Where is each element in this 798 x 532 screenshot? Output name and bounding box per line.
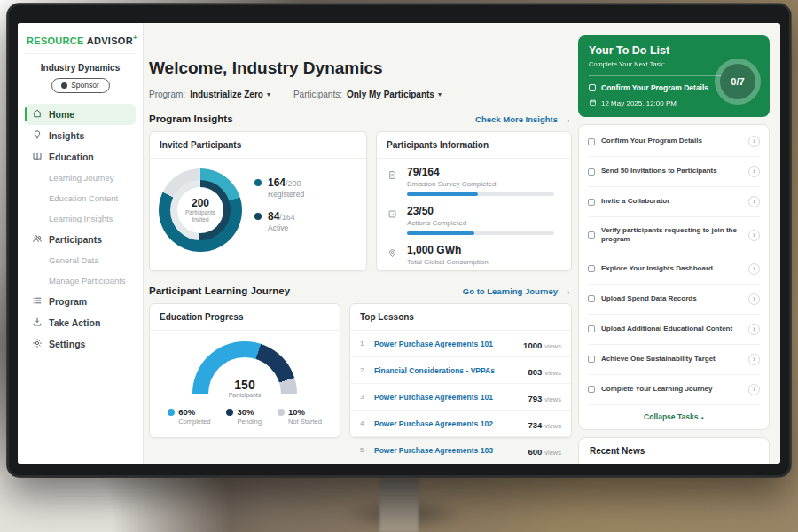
donut-center: 200 Participants Invited xyxy=(177,187,223,233)
education-icon xyxy=(32,151,43,163)
main-content: Welcome, Industry Dynamics Program: Indu… xyxy=(149,59,572,438)
task-row[interactable]: Send 50 Invitations to Participants › xyxy=(588,157,760,187)
task-row[interactable]: Achieve One Sustainability Target › xyxy=(588,345,760,375)
participants-information-card: Participants Information 79/164 Emission… xyxy=(376,131,572,271)
actions-icon xyxy=(387,205,399,235)
task-row[interactable]: Upload Spend Data Records › xyxy=(588,285,760,315)
chevron-right-icon[interactable]: › xyxy=(748,354,760,365)
monitor-stand xyxy=(379,477,419,532)
checkbox-icon[interactable] xyxy=(588,138,595,145)
sidebar-item-manage-participants[interactable]: Manage Participants xyxy=(25,270,136,291)
participants-icon xyxy=(32,233,43,246)
sidebar-item-take-action[interactable]: Take Action xyxy=(25,312,136,333)
chevron-right-icon[interactable]: › xyxy=(748,263,760,275)
sidebar-item-settings[interactable]: Settings xyxy=(25,333,136,355)
sidebar-item-education[interactable]: Education xyxy=(25,146,136,168)
legend-item-registered: 164/200 Registered xyxy=(254,176,304,199)
lesson-link[interactable]: Financial Considerations - VPPAs xyxy=(374,366,520,375)
chevron-right-icon[interactable]: › xyxy=(748,384,760,395)
task-row[interactable]: Upload Additional Educational Content › xyxy=(588,315,760,345)
checkbox-icon[interactable] xyxy=(588,168,595,176)
monitor-bezel: RESOURCEADVISOR+ Industry Dynamics Spons… xyxy=(7,4,791,477)
donut-legend: 164/200 Registered 84/164 Active xyxy=(254,176,304,244)
sidebar-nav: Home Insights Education Learning Journey… xyxy=(25,104,136,355)
lesson-row: 4 Power Purchase Agreements 102 734views xyxy=(350,411,571,437)
todo-panel: Your To Do List Complete Your Next Task:… xyxy=(578,35,770,464)
sidebar-item-learning-insights[interactable]: Learning Insights xyxy=(25,208,136,229)
stat-global-consumption: 1,000 GWh Total Global Consumption xyxy=(387,244,560,266)
checkbox-icon[interactable] xyxy=(588,265,595,272)
checkbox-icon[interactable] xyxy=(588,295,595,302)
sidebar-item-label: Home xyxy=(49,109,74,120)
arrow-right-icon: → xyxy=(562,113,572,124)
go-to-learning-journey-link[interactable]: Go to Learning Journey → xyxy=(463,286,572,296)
todo-next-task[interactable]: Confirm Your Program Details xyxy=(589,75,722,92)
progress-bar xyxy=(407,231,554,235)
section-title-learning-journey: Participant Learning Journey xyxy=(149,286,290,296)
checkbox-icon[interactable] xyxy=(588,231,595,239)
chevron-right-icon[interactable]: › xyxy=(748,196,760,207)
chevron-down-icon: ▾ xyxy=(438,90,442,98)
task-row[interactable]: Confirm Your Program Details › xyxy=(588,127,760,157)
legend-item-not-started: 10% Not Started xyxy=(278,407,322,426)
top-lessons-card: Top Lessons 1 Power Purchase Agreements … xyxy=(349,303,572,438)
lesson-link[interactable]: Power Purchase Agreements 101 xyxy=(374,393,520,402)
program-icon xyxy=(32,295,43,308)
sidebar-item-label: Take Action xyxy=(49,317,100,328)
card-title: Invited Participants xyxy=(150,132,366,159)
chevron-right-icon[interactable]: › xyxy=(748,230,760,241)
check-more-insights-link[interactable]: Check More Insights → xyxy=(475,113,572,124)
task-row[interactable]: Verify participants requesting to join t… xyxy=(588,217,760,254)
chevron-right-icon[interactable]: › xyxy=(748,136,760,147)
legend-item-pending: 30% Pending xyxy=(226,407,262,426)
education-progress-card: Education Progress 150 Participants 60% xyxy=(149,303,340,438)
lesson-link[interactable]: Power Purchase Agreements 103 xyxy=(374,446,520,455)
task-row[interactable]: Explore Your Insights Dashboard › xyxy=(588,254,760,285)
legend-dot xyxy=(254,179,262,186)
sidebar-item-label: Settings xyxy=(49,339,85,349)
task-list: Confirm Your Program Details › Send 50 I… xyxy=(578,124,770,430)
sidebar-item-label: Program xyxy=(49,296,87,307)
program-filter[interactable]: Program: Industrialize Zero ▾ xyxy=(149,90,270,99)
checkbox-icon[interactable] xyxy=(589,84,596,91)
chevron-up-icon: ▴ xyxy=(700,414,704,420)
sidebar-item-learning-journey[interactable]: Learning Journey xyxy=(25,168,136,188)
program-filter-value: Industrialize Zero xyxy=(190,90,263,99)
lesson-row: 1 Power Purchase Agreements 101 1000view… xyxy=(350,331,571,357)
invited-participants-card: Invited Participants 200 Participants In… xyxy=(149,131,367,271)
sponsor-badge[interactable]: Sponsor xyxy=(51,78,110,93)
sidebar-item-home[interactable]: Home xyxy=(25,104,136,125)
section-title-program-insights: Program Insights xyxy=(149,113,233,124)
sidebar-item-insights[interactable]: Insights xyxy=(25,125,136,146)
checkbox-icon[interactable] xyxy=(588,325,595,332)
legend-item-active: 84/164 Active xyxy=(254,210,304,232)
checkbox-icon[interactable] xyxy=(588,356,595,363)
invited-donut-chart: 200 Participants Invited xyxy=(159,168,242,252)
todo-title: Your To Do List xyxy=(589,44,759,57)
lesson-row: 3 Power Purchase Agreements 101 793views xyxy=(350,384,571,411)
collapse-tasks-link[interactable]: Collapse Tasks▴ xyxy=(588,405,760,426)
sidebar-item-general-data[interactable]: General Data xyxy=(25,250,136,270)
legend-dot xyxy=(168,409,175,416)
sidebar-item-participants[interactable]: Participants xyxy=(25,229,136,250)
checkbox-icon[interactable] xyxy=(588,386,595,393)
home-icon xyxy=(32,108,43,121)
lesson-row: 5 Power Purchase Agreements 103 600views xyxy=(350,437,571,463)
sidebar-item-label: Participants xyxy=(49,234,102,245)
legend-dot xyxy=(278,409,285,416)
brand-secondary: ADVISOR xyxy=(87,35,133,46)
chevron-right-icon[interactable]: › xyxy=(748,293,760,305)
sidebar-item-program[interactable]: Program xyxy=(25,291,136,312)
task-row[interactable]: Invite a Collaborator › xyxy=(588,187,760,217)
lesson-link[interactable]: Power Purchase Agreements 102 xyxy=(374,419,520,428)
participants-filter[interactable]: Participants: Only My Participants ▾ xyxy=(293,90,442,99)
sidebar-item-education-content[interactable]: Education Content xyxy=(25,188,136,208)
task-row[interactable]: Complete Your Learning Journey › xyxy=(588,375,760,405)
lesson-link[interactable]: Power Purchase Agreements 101 xyxy=(374,340,516,348)
participants-filter-value: Only My Participants xyxy=(347,90,434,99)
checkbox-icon[interactable] xyxy=(588,199,595,206)
recent-news-title: Recent News xyxy=(590,446,758,456)
chevron-right-icon[interactable]: › xyxy=(748,324,760,335)
chevron-right-icon[interactable]: › xyxy=(748,166,760,177)
dashboard-screen: RESOURCEADVISOR+ Industry Dynamics Spons… xyxy=(18,23,780,464)
